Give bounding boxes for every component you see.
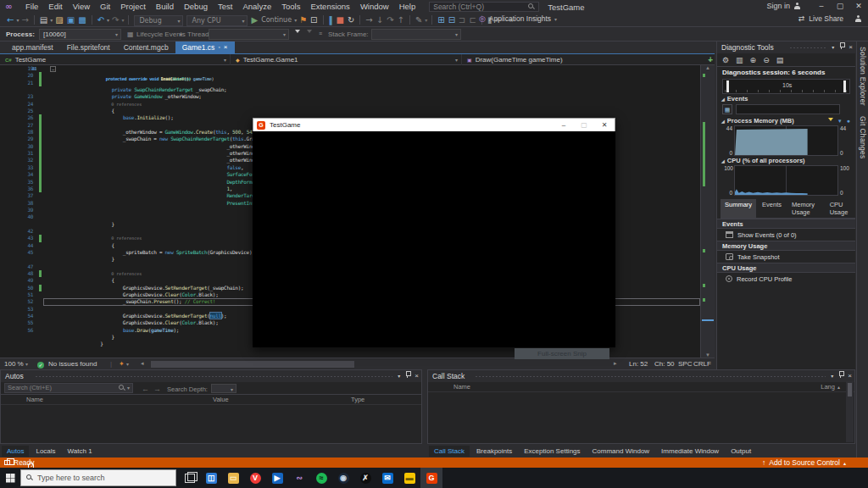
panel-tab[interactable]: Watch 1 [63,446,97,457]
stack-frame-combo[interactable] [371,29,461,40]
reset-view-icon[interactable]: ▤ [776,56,784,64]
column-header[interactable]: Type [351,396,364,403]
panel-tab[interactable]: Autos [2,446,29,457]
start-button[interactable] [0,468,20,488]
step-into-icon[interactable]: ↓ [376,14,383,26]
stop-icon[interactable]: ■ [337,14,344,26]
document-tab[interactable]: File.spritefont [60,42,117,53]
project-dropdown[interactable]: C# TestGame [0,54,231,65]
column-header[interactable]: Name [453,383,470,391]
menu-item[interactable]: Window [355,0,394,14]
fold-marker-icon[interactable] [47,179,53,185]
menu-item[interactable]: Edit [43,0,67,14]
code-line[interactable]: 25 [0,108,700,114]
fold-marker-icon[interactable] [47,221,53,227]
code-health-icon[interactable]: ✦ ▾ [119,360,129,368]
platform-combo[interactable]: Any CPU [186,15,248,26]
redo-icon[interactable]: ↷ [112,14,119,26]
diagnostics-tab[interactable]: Events [758,199,786,218]
step-over-icon[interactable]: ↷ [387,14,393,26]
fold-marker-icon[interactable] [47,327,53,333]
game-window-title-bar[interactable]: G TestGame – ▢ ✕ [253,118,615,131]
spotify-icon[interactable]: ≈ [310,468,332,488]
settings-gear-icon[interactable]: ⚙ [722,56,729,64]
fold-marker-icon[interactable] [47,87,53,93]
fold-marker-icon[interactable] [47,122,53,128]
save-all-icon[interactable]: ▩ [78,14,86,26]
step-out-icon[interactable]: ↑ [398,14,404,26]
type-dropdown[interactable]: ◆ TestGame.Game1 [231,54,462,65]
diagram-icon-1[interactable]: ⊞ [437,14,444,26]
back-icon[interactable]: ← [7,14,14,26]
diagnostics-tab[interactable]: CPU Usage [826,199,855,218]
process-combo[interactable]: [10060] TestGame.exe [39,29,121,40]
search-depth-combo[interactable] [211,384,236,393]
xbox-icon[interactable]: ✗ [354,468,376,488]
export-icon[interactable]: ▥ [736,56,743,64]
memory-filter-icon[interactable] [828,118,833,124]
minimize-button[interactable]: – [812,0,831,13]
pin-icon[interactable] [838,42,844,49]
fold-marker-icon[interactable] [47,130,53,136]
fold-marker-icon[interactable] [47,278,53,284]
cleanup-caret[interactable]: ▾ [425,14,427,26]
new-project-icon[interactable]: ▤ [40,14,47,26]
gc-marker-icon[interactable]: ● [847,118,850,124]
diagnostics-tab[interactable]: Memory Usage [787,199,824,218]
open-folder-icon[interactable]: ▨ [55,14,63,26]
fold-marker-icon[interactable] [47,186,53,191]
panel-tab[interactable]: Call Stack [429,446,470,457]
autos-title-bar[interactable]: Autos ▾ × [1,370,421,382]
separator[interactable] [92,15,92,25]
window-position-icon[interactable]: ▾ [831,370,833,382]
separator[interactable] [34,15,35,25]
fold-marker-icon[interactable] [47,101,53,107]
apply-code-changes-icon[interactable]: ⚑ [299,14,307,26]
fold-marker-icon[interactable] [47,249,53,255]
visual-studio-icon[interactable]: ∾ [288,468,310,488]
undo-icon[interactable]: ↶ [97,14,104,26]
menu-item[interactable]: Test [213,0,237,14]
editor-vertical-scrollbar[interactable]: ▲ ▼ [700,65,715,358]
code-line[interactable]: 46 protected override void Draw(GameTime… [3,66,9,72]
menu-item[interactable]: Tools [276,0,305,14]
forward-icon[interactable]: → [21,14,28,26]
file-explorer-icon[interactable]: ▭ [222,468,244,488]
window-position-icon[interactable]: ▾ [398,370,400,382]
fold-marker-icon[interactable] [47,285,53,291]
quick-search-input[interactable]: Search (Ctrl+Q) [429,2,539,12]
search-back-icon[interactable]: ← [142,385,149,393]
summary-action[interactable]: Show Events (0 of 0) [717,229,855,241]
close-icon[interactable]: × [849,42,853,53]
autos-search-input[interactable]: Search (Ctrl+E) ▾ [4,383,133,393]
maximize-button[interactable]: ▢ [831,0,849,13]
autos-body[interactable] [1,405,421,444]
close-icon[interactable]: × [848,370,852,382]
fold-marker-icon[interactable] [47,200,53,206]
misc-icon-2[interactable]: ⊏ [469,14,476,26]
fold-marker-icon[interactable] [47,115,53,121]
panel-tab[interactable]: Output [726,446,756,457]
movies-tv-icon[interactable]: ▶ [266,468,288,488]
pin-icon[interactable] [837,370,843,378]
fold-marker-icon[interactable] [47,207,53,213]
fold-marker-icon[interactable] [47,164,53,170]
panel-tab[interactable]: Breakpoints [471,446,517,457]
cpu-section-header[interactable]: ◢ CPU (% of all processors) [717,156,855,165]
save-icon[interactable]: ▣ [67,14,75,26]
summary-action[interactable]: Record CPU Profile [717,273,855,285]
menu-item[interactable]: View [68,0,95,14]
events-track[interactable]: ▦ [722,104,850,114]
new-caret[interactable]: ▾ [50,14,53,26]
add-to-source-control-button[interactable]: ↑ Add to Source Control ▴ [762,458,846,467]
misc-icon-1[interactable]: ⊐ [459,14,465,26]
fold-marker-icon[interactable] [47,313,53,319]
fold-marker-icon[interactable] [47,214,53,220]
task-view-icon[interactable] [180,468,200,488]
application-insights-button[interactable]: ◎ Application Insights ▾ [479,14,557,23]
show-next-statement-icon[interactable]: → [365,14,372,26]
restart-icon[interactable]: ↻ [348,14,354,26]
separator[interactable] [431,15,432,25]
column-header[interactable]: Value [213,396,229,403]
close-button[interactable]: ✕ [849,0,868,13]
